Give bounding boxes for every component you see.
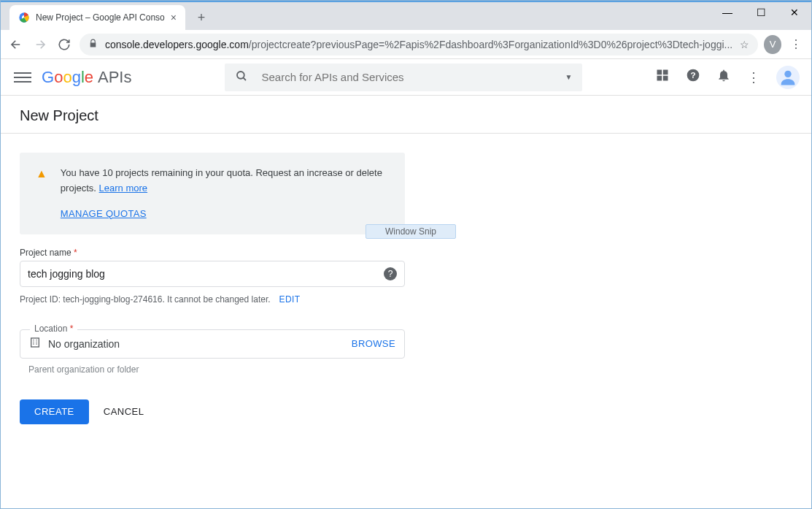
forward-button[interactable]: [31, 34, 49, 55]
help-icon[interactable]: ?: [384, 267, 397, 280]
cancel-button[interactable]: CANCEL: [104, 406, 144, 417]
location-input-wrap: No organization BROWSE: [20, 329, 405, 359]
organization-icon: [29, 337, 41, 351]
help-icon[interactable]: ?: [686, 68, 700, 86]
warning-icon: ▲: [36, 167, 47, 220]
svg-text:?: ?: [690, 70, 695, 80]
location-label: Location *: [30, 324, 77, 334]
manage-quotas-link[interactable]: MANAGE QUOTAS: [61, 208, 147, 219]
browser-titlebar: New Project – Google API Conso × + — ☐ ✕: [1, 1, 811, 30]
svg-point-5: [784, 70, 791, 77]
google-favicon-icon: [18, 12, 30, 23]
browser-toolbar: console.developers.google.com/projectcre…: [1, 30, 811, 59]
lock-icon: [88, 39, 98, 50]
edit-project-id-link[interactable]: EDIT: [279, 294, 301, 305]
browse-button[interactable]: BROWSE: [352, 338, 395, 349]
learn-more-link[interactable]: Learn more: [99, 183, 147, 194]
project-name-input[interactable]: [28, 268, 384, 280]
main-content: ▲ You have 10 projects remaining in your…: [1, 134, 424, 443]
notifications-icon[interactable]: [716, 68, 731, 86]
minimize-button[interactable]: —: [711, 1, 744, 24]
reload-button[interactable]: [55, 34, 74, 55]
search-dropdown-icon[interactable]: ▼: [565, 73, 573, 81]
location-value: No organization: [48, 338, 352, 350]
profile-avatar[interactable]: V: [764, 35, 781, 54]
close-tab-icon[interactable]: ×: [171, 12, 177, 23]
close-window-button[interactable]: ✕: [778, 1, 811, 24]
account-avatar[interactable]: [776, 66, 800, 89]
back-button[interactable]: [7, 34, 25, 55]
quota-text: You have 10 projects remaining in your q…: [61, 166, 389, 196]
svg-rect-6: [31, 338, 39, 347]
quota-notice: ▲ You have 10 projects remaining in your…: [20, 153, 405, 234]
menu-button[interactable]: [14, 69, 31, 86]
search-icon: [235, 69, 248, 85]
bookmark-star-icon[interactable]: ☆: [740, 39, 749, 50]
project-name-input-wrap: ?: [20, 261, 405, 287]
browser-menu-button[interactable]: ⋮: [787, 37, 805, 51]
project-name-label: Project name *: [20, 248, 405, 258]
gift-icon[interactable]: [655, 68, 670, 86]
new-tab-button[interactable]: +: [191, 7, 212, 28]
tab-title: New Project – Google API Conso: [36, 12, 165, 23]
location-hint: Parent organization or folder: [20, 364, 405, 375]
project-id-text: Project ID: tech-jogging-blog-274616. It…: [20, 294, 271, 305]
address-bar[interactable]: console.developers.google.com/projectcre…: [80, 34, 758, 56]
more-icon[interactable]: ⋮: [747, 69, 760, 85]
browser-tab[interactable]: New Project – Google API Conso ×: [9, 5, 185, 30]
create-button[interactable]: CREATE: [20, 399, 89, 424]
page-title: New Project: [1, 96, 811, 133]
search-input[interactable]: [261, 71, 565, 83]
maximize-button[interactable]: ☐: [744, 1, 778, 24]
search-box[interactable]: ▼: [225, 64, 582, 91]
google-apis-logo[interactable]: Google APIs: [42, 68, 131, 87]
svg-point-2: [237, 72, 244, 79]
app-header: Google APIs ▼ ? ⋮: [1, 59, 811, 96]
snip-overlay: Window Snip: [366, 224, 456, 239]
url-text: console.developers.google.com/projectcre…: [105, 39, 732, 50]
